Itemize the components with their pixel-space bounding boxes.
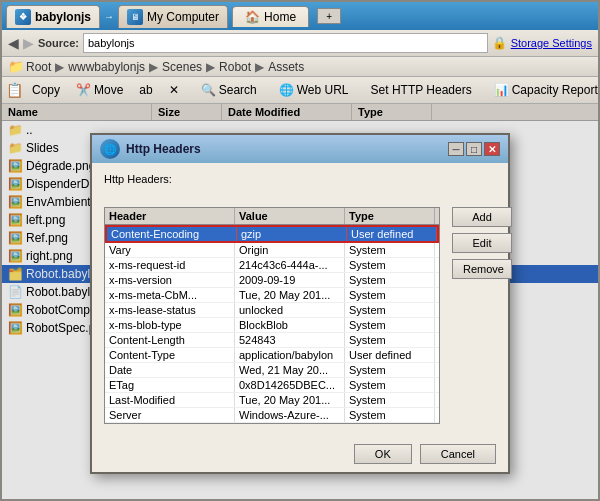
header-row[interactable]: x-ms-version 2009-09-19 System	[105, 273, 439, 288]
header-col-value: Value	[235, 208, 345, 224]
breadcrumb-sep-3: ▶	[206, 60, 215, 74]
search-icon: 🔍	[201, 83, 216, 97]
app-window: ❖ babylonjs → 🖥 My Computer 🏠 Home + ◀ ▶…	[0, 0, 600, 501]
remove-button[interactable]: Remove	[452, 259, 512, 279]
dialog-globe-icon: 🌐	[100, 139, 120, 159]
header-row[interactable]: Vary Origin System	[105, 243, 439, 258]
header-row[interactable]: Server Windows-Azure-... System	[105, 408, 439, 423]
search-button[interactable]: 🔍 Search	[194, 80, 264, 100]
breadcrumb-scenes[interactable]: Scenes	[162, 60, 202, 74]
dialog-maximize-btn[interactable]: □	[466, 142, 482, 156]
toolbar: 📋 Copy ✂️ Move ab ✕ 🔍 Search 🌐 Web	[2, 77, 598, 104]
copy-button[interactable]: Copy	[25, 80, 67, 100]
tab-mycomputer[interactable]: 🖥 My Computer	[118, 5, 228, 28]
dialog-minimize-btn[interactable]: ─	[448, 142, 464, 156]
weburl-icon: 🌐	[279, 83, 294, 97]
content-area: ◀ ▶ Source: 🔒 Storage Settings 📁 Root ▶ …	[2, 30, 598, 501]
dialog-title: Http Headers	[126, 142, 201, 156]
http-headers-dialog: 🌐 Http Headers ─ □ ✕ Http Headers:	[90, 133, 510, 474]
hrow-type: User defined	[347, 227, 437, 241]
rename-button[interactable]: ab	[132, 80, 159, 100]
headers-rows: Content-Encoding gzip User defined Vary …	[105, 225, 439, 423]
capacity-icon: 📊	[494, 83, 509, 97]
win-icon: ❖	[15, 9, 31, 25]
weburl-button[interactable]: 🌐 Web URL	[272, 80, 356, 100]
header-row[interactable]: Date Wed, 21 May 20... System	[105, 363, 439, 378]
home-icon: 🏠	[245, 10, 260, 24]
hrow-value: gzip	[237, 227, 347, 241]
breadcrumb-wwwbabylonjs[interactable]: wwwbabylonjs	[68, 60, 145, 74]
breadcrumb-sep-1: ▶	[55, 60, 64, 74]
breadcrumb-robot[interactable]: Robot	[219, 60, 251, 74]
header-row[interactable]: ETag 0x8D14265DBEC... System	[105, 378, 439, 393]
header-col-type: Type	[345, 208, 435, 224]
dialog-title-controls: ─ □ ✕	[448, 142, 500, 156]
dialog-content: Header Value Type Content-Encoding gzip …	[92, 195, 508, 436]
address-bar: ◀ ▶ Source: 🔒 Storage Settings	[2, 30, 598, 57]
header-row[interactable]: x-ms-lease-status unlocked System	[105, 303, 439, 318]
tab-babylonjs-label: babylonjs	[35, 10, 91, 24]
arrow-icon-1: →	[104, 11, 114, 22]
hrow-header: Content-Encoding	[107, 227, 237, 241]
breadcrumb-folder-icon: 📁	[8, 59, 24, 74]
header-row[interactable]: Last-Modified Tue, 20 May 201... System	[105, 393, 439, 408]
header-row[interactable]: x-ms-meta-CbM... Tue, 20 May 201... Syst…	[105, 288, 439, 303]
tab-home[interactable]: 🏠 Home	[232, 6, 309, 27]
tab-home-label: Home	[264, 10, 296, 24]
dialog-close-btn[interactable]: ✕	[484, 142, 500, 156]
move-icon: ✂️	[76, 83, 91, 97]
headers-table: Header Value Type Content-Encoding gzip …	[104, 207, 440, 424]
title-bar: ❖ babylonjs → 🖥 My Computer 🏠 Home +	[2, 2, 598, 30]
tab-babylonjs[interactable]: ❖ babylonjs	[6, 5, 100, 28]
header-row[interactable]: Content-Type application/babylon User de…	[105, 348, 439, 363]
header-col-header: Header	[105, 208, 235, 224]
header-row[interactable]: x-ms-request-id 214c43c6-444a-... System	[105, 258, 439, 273]
nav-forward[interactable]: ▶	[23, 35, 34, 51]
set-http-headers-button[interactable]: Set HTTP Headers	[364, 80, 479, 100]
source-label: Source:	[38, 37, 79, 49]
mycomputer-icon: 🖥	[127, 9, 143, 25]
header-row[interactable]: Content-Encoding gzip User defined	[105, 225, 439, 243]
dialog-overlay: 🌐 Http Headers ─ □ ✕ Http Headers:	[2, 104, 598, 501]
storage-settings-link[interactable]: Storage Settings	[511, 37, 592, 49]
breadcrumb-sep-4: ▶	[255, 60, 264, 74]
capacity-report-button[interactable]: 📊 Capacity Report	[487, 80, 598, 100]
new-tab-btn[interactable]: +	[317, 8, 341, 24]
cancel-button[interactable]: Cancel	[420, 444, 496, 464]
header-row[interactable]: Content-Length 524843 System	[105, 333, 439, 348]
address-input[interactable]	[83, 33, 488, 53]
file-panel: Name Size Date Modified Type 📁 .. 📁 Slid…	[2, 104, 598, 501]
move-button[interactable]: ✂️ Move	[69, 80, 130, 100]
lock-icon: 🔒	[492, 36, 507, 50]
dialog-title-bar: 🌐 Http Headers ─ □ ✕	[92, 135, 508, 163]
add-button[interactable]: Add	[452, 207, 512, 227]
tab-mycomputer-label: My Computer	[147, 10, 219, 24]
headers-table-header: Header Value Type	[105, 208, 439, 225]
nav-back[interactable]: ◀	[8, 35, 19, 51]
ok-button[interactable]: OK	[354, 444, 412, 464]
breadcrumb-root[interactable]: Root	[26, 60, 51, 74]
dialog-headers-label: Http Headers:	[104, 173, 496, 185]
edit-button[interactable]: Edit	[452, 233, 512, 253]
copy-icon: 📋	[6, 82, 23, 98]
dialog-actions: Add Edit Remove	[452, 207, 512, 424]
header-row[interactable]: x-ms-blob-type BlockBlob System	[105, 318, 439, 333]
breadcrumb-bar: 📁 Root ▶ wwwbabylonjs ▶ Scenes ▶ Robot ▶…	[2, 57, 598, 77]
breadcrumb-assets[interactable]: Assets	[268, 60, 304, 74]
breadcrumb-sep-2: ▶	[149, 60, 158, 74]
dialog-footer: OK Cancel	[92, 436, 508, 472]
delete-button[interactable]: ✕	[162, 80, 186, 100]
